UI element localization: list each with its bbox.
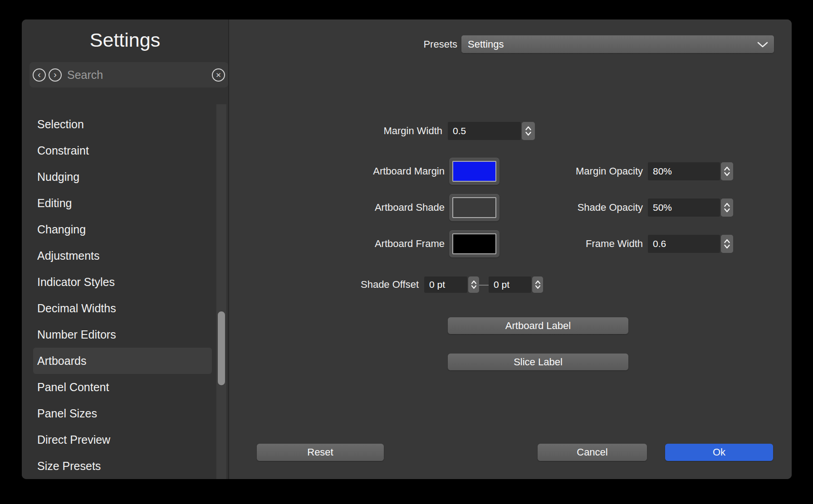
sidebar-item-artboards[interactable]: Artboards [33, 348, 212, 374]
artboard-label-button[interactable]: Artboard Label [448, 317, 628, 334]
artboard-margin-color-swatch [452, 161, 496, 182]
sidebar-item-size-presets[interactable]: Size Presets [33, 453, 212, 479]
shade-offset-x-stepper[interactable] [468, 276, 479, 293]
sidebar-item-indicator-styles[interactable]: Indicator Styles [33, 269, 212, 295]
shade-opacity-input[interactable] [648, 199, 720, 217]
presets-label: Presets [321, 38, 457, 51]
artboard-frame-label: Artboard Frame [309, 237, 445, 250]
presets-dropdown[interactable]: Settings [461, 35, 774, 53]
reset-button[interactable]: Reset [257, 444, 384, 461]
sidebar-item-number-editors[interactable]: Number Editors [33, 321, 212, 348]
sidebar-item-editing[interactable]: Editing [33, 190, 212, 216]
shade-offset-y-input[interactable] [489, 276, 531, 293]
presets-dropdown-value: Settings [468, 39, 504, 50]
shade-offset-x-input[interactable] [424, 276, 467, 293]
margin-opacity-stepper[interactable] [721, 162, 733, 180]
cancel-button[interactable]: Cancel [538, 444, 647, 461]
margin-width-input[interactable] [448, 122, 521, 140]
frame-width-input[interactable] [648, 235, 720, 253]
search-bar: ‹ › ✕ [29, 62, 228, 87]
sidebar-item-selection[interactable]: Selection [33, 111, 212, 137]
sidebar-scrollbar-track[interactable] [216, 104, 226, 479]
screen: Settings ‹ › ✕ Selection Constraint Nudg… [0, 0, 813, 504]
up-down-chevrons-icon [724, 238, 730, 250]
search-clear-button[interactable]: ✕ [212, 68, 225, 82]
up-down-chevrons-icon [471, 279, 477, 290]
settings-category-list: Selection Constraint Nudging Editing Cha… [33, 111, 212, 479]
sidebar-item-constraint[interactable]: Constraint [33, 137, 212, 164]
sidebar-item-adjustments[interactable]: Adjustments [33, 242, 212, 269]
up-down-chevrons-icon [525, 125, 532, 137]
shade-offset-y-stepper[interactable] [532, 276, 543, 293]
artboard-shade-label: Artboard Shade [309, 201, 445, 214]
shade-offset-label: Shade Offset [283, 278, 419, 291]
margin-opacity-label: Margin Opacity [507, 165, 643, 178]
search-back-button[interactable]: ‹ [33, 68, 46, 82]
sidebar-item-panel-sizes[interactable]: Panel Sizes [33, 400, 212, 426]
artboard-margin-label: Artboard Margin [309, 165, 445, 178]
artboard-margin-color-well[interactable] [449, 158, 500, 185]
settings-window: Settings ‹ › ✕ Selection Constraint Nudg… [22, 19, 792, 479]
artboard-shade-color-swatch [452, 197, 496, 218]
chevron-right-icon: › [54, 69, 57, 79]
up-down-chevrons-icon [535, 279, 541, 290]
sidebar-item-changing[interactable]: Changing [33, 216, 212, 242]
search-input[interactable] [64, 62, 212, 87]
close-icon: ✕ [215, 72, 221, 78]
sidebar-item-decimal-widths[interactable]: Decimal Widths [33, 295, 212, 321]
shade-opacity-stepper[interactable] [721, 199, 733, 217]
artboards-settings-panel: Presets Settings Margin Width Artboard M… [229, 19, 792, 479]
sidebar-item-direct-preview[interactable]: Direct Preview [33, 426, 212, 453]
slice-label-button[interactable]: Slice Label [448, 354, 628, 370]
artboard-frame-color-swatch [452, 233, 496, 254]
sidebar-item-panel-content[interactable]: Panel Content [33, 374, 212, 400]
sidebar-item-nudging[interactable]: Nudging [33, 164, 212, 190]
sidebar-scrollbar-thumb[interactable] [217, 311, 225, 386]
sidebar-title: Settings [22, 29, 228, 51]
sidebar: Settings ‹ › ✕ Selection Constraint Nudg… [22, 19, 229, 479]
margin-width-stepper[interactable] [522, 122, 535, 140]
up-down-chevrons-icon [724, 165, 730, 177]
artboard-frame-color-well[interactable] [449, 230, 500, 257]
margin-width-label: Margin Width [306, 125, 442, 137]
up-down-chevrons-icon [724, 202, 730, 213]
search-forward-button[interactable]: › [49, 68, 62, 82]
frame-width-label: Frame Width [507, 237, 643, 250]
chevron-left-icon: ‹ [38, 69, 41, 79]
margin-opacity-input[interactable] [648, 162, 720, 180]
frame-width-stepper[interactable] [721, 235, 733, 253]
artboard-shade-color-well[interactable] [449, 194, 500, 221]
chevron-down-icon [757, 42, 768, 48]
ok-button[interactable]: Ok [665, 444, 773, 461]
shade-opacity-label: Shade Opacity [507, 201, 643, 214]
